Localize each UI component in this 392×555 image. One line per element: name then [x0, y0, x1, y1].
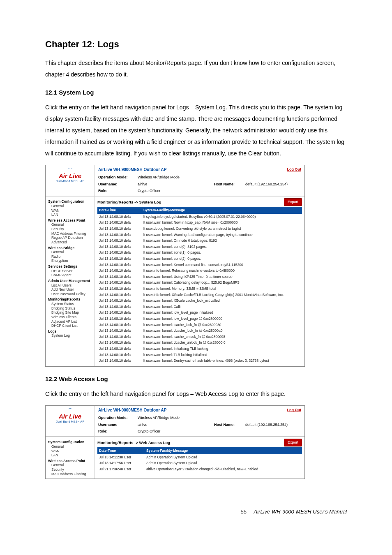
nav-item[interactable]: General	[48, 444, 93, 449]
cell-message: lt user.warn kernel: dcache_lock_fn @ 0x…	[142, 328, 302, 334]
cell-message: lt user.warn kernel: Calli	[142, 304, 302, 310]
role-value: Crypto Officer	[138, 188, 212, 194]
table-row: Jul 13 14:08:10 defalt user.warn kernel:…	[97, 298, 302, 304]
page-number: 55	[240, 509, 246, 515]
nav-item[interactable]: Add New User	[48, 287, 93, 292]
nav-item[interactable]: General	[48, 463, 93, 467]
nav-item[interactable]: DHCP Server	[48, 269, 93, 273]
nav-item[interactable]: Logs	[48, 329, 93, 334]
web-access-log-table: Date-Time System-Facility-Message Jul 13…	[97, 447, 302, 472]
nav-item[interactable]: Services Settings	[48, 264, 93, 269]
nav-item[interactable]: LAN	[48, 213, 93, 217]
nav-item[interactable]: WAN	[48, 449, 93, 453]
nav-item[interactable]: Wireless Clients	[48, 315, 93, 319]
ap-title: AirLive WH-9000MESH Outdoor AP	[98, 166, 166, 173]
table-row: Jul 13 14:11:38 UserAdmin Operation:Syst…	[97, 454, 302, 460]
logo-subtitle: Dual-Band MESH AP	[48, 419, 92, 424]
nav-item[interactable]: Radio	[48, 254, 93, 259]
table-row: Jul 13 14:08:10 defalt user.info kernel:…	[97, 286, 302, 292]
export-button[interactable]: Export	[284, 198, 302, 206]
nav-item[interactable]: Wireless Access Point	[48, 459, 93, 463]
section-12-2-title: 12.2 Web Access Log	[45, 374, 347, 384]
cell-message: lt user.warn kernel: dcache_unlock_fn @ …	[142, 340, 302, 346]
nav-item[interactable]: System Log	[48, 333, 93, 338]
table-row: Jul 13 14:08:10 defalt syslog.info syslo…	[97, 214, 302, 220]
username-label: Username:	[98, 181, 135, 187]
table-row: Jul 13 14:08:10 defalt user.warn kernel:…	[97, 352, 302, 358]
nav-item[interactable]: Security	[48, 467, 93, 472]
cell-message: lt user.info kernel: Memory: 32MB = 32MB…	[142, 286, 302, 292]
cell-date-time: Jul 13 14:08:10 defa	[97, 268, 142, 274]
nav-item[interactable]: MAC Address Filtering	[48, 231, 93, 236]
cell-message: lt user.warn kernel: Now in fixup_eap, R…	[142, 220, 302, 226]
logout-link[interactable]: Log Out	[287, 166, 302, 173]
breadcrumb: Monitoring/Reports -> System Log	[97, 199, 161, 205]
table-row: Jul 13 14:08:10 defalt user.warn kernel:…	[97, 316, 302, 322]
nav-item[interactable]: MAC Address Filtering	[48, 472, 93, 476]
col-date-time: Date-Time	[97, 207, 142, 214]
cell-message: lt user.warn kernel: Calibrating delay l…	[142, 280, 302, 286]
cell-message: lt user.warn kernel: On node 0 totalpage…	[142, 238, 302, 244]
nav-item[interactable]: Advanced	[48, 240, 93, 245]
table-row: Jul 13 14:08:10 defalt user.info kernel:…	[97, 268, 302, 274]
host-label: Host Name:	[214, 422, 243, 428]
host-label: Host Name:	[214, 181, 243, 187]
nav-item[interactable]: System Configuration	[48, 199, 93, 204]
nav-item[interactable]: LAN	[48, 453, 93, 458]
nav-item[interactable]: Adjacent AP List	[48, 319, 93, 324]
cell-message: lt syslog.info syslogd started: BusyBox …	[142, 214, 302, 220]
cell-date-time: Jul 13 14:08:10 defa	[97, 232, 142, 238]
manual-title: AirLive WH-9000-MESH User's Manual	[254, 509, 347, 515]
cell-date-time: Jul 13 14:08:10 defa	[97, 358, 142, 364]
cell-date-time: Jul 13 14:08:10 defa	[97, 346, 142, 352]
host-value: default (192.168.254.254)	[245, 181, 288, 187]
cell-message: lt user.warn kernel: Initializing TLB lo…	[142, 346, 302, 352]
cell-message: lt user.warn kernel: icache_unlock_fn @ …	[142, 334, 302, 340]
nav-item[interactable]: General	[48, 222, 93, 227]
nav-item[interactable]: General	[48, 250, 93, 254]
op-mode-label: Operation Mode:	[98, 174, 135, 180]
export-button[interactable]: Export	[284, 439, 302, 446]
cell-message: lt user.warn kernel: zone(0): 8192 pages…	[142, 244, 302, 250]
section-12-2-body: Click the entry on the left hand navigat…	[45, 388, 347, 400]
cell-message: lt user.warn kernel: TLB locking initial…	[142, 352, 302, 358]
cell-date-time: Jul 13 14:08:10 defa	[97, 316, 142, 322]
nav-item[interactable]: Wireless Bridge	[48, 246, 93, 250]
nav-item[interactable]: Bridging Status	[48, 306, 93, 311]
cell-message: lt user.info kernel: Relocating machine …	[142, 268, 302, 274]
nav-item[interactable]: Bridging Site Map	[48, 310, 93, 315]
nav-item[interactable]: General	[48, 204, 93, 208]
nav-item[interactable]: Encryption	[48, 259, 93, 263]
logo-subtitle: Dual-Band MESH AP	[48, 179, 92, 183]
nav-item[interactable]: DHCP Client List	[48, 324, 93, 328]
table-row: Jul 13 14:08:10 defalt user.warn kernel:…	[97, 250, 302, 256]
nav-item[interactable]: System Configuration	[48, 440, 93, 444]
section-12-1-title: 12.1 System Log	[45, 88, 347, 97]
cell-date-time: Jul 13 14:08:10 defa	[97, 286, 142, 292]
col-date-time: Date-Time	[97, 447, 145, 455]
cell-date-time: Jul 13 14:08:10 defa	[97, 226, 142, 232]
logout-link[interactable]: Log Out	[287, 407, 302, 414]
nav-item[interactable]: System Status	[48, 302, 93, 306]
role-label: Role:	[98, 188, 135, 194]
nav-item[interactable]: List All Users	[48, 283, 93, 288]
nav-item[interactable]: Admin User Management	[48, 279, 93, 283]
cell-date-time: Jul 13 14:08:10 defa	[97, 220, 142, 226]
cell-date-time: Jul 13 14:08:10 defa	[97, 340, 142, 346]
col-message: System-Facility-Message	[145, 447, 302, 455]
cell-date-time: Jul 13 14:11:38 User	[97, 454, 145, 460]
table-row: Jul 13 14:08:10 defalt user.warn kernel:…	[97, 322, 302, 328]
table-row: Jul 13 14:08:10 defalt user.warn kernel:…	[97, 256, 302, 262]
nav-item[interactable]: Rogue AP Detection	[48, 236, 93, 240]
cell-message: lt user.warn kernel: Dentry-cache hash t…	[142, 358, 302, 364]
nav-item[interactable]: SNMP Agent	[48, 273, 93, 278]
nav-item[interactable]: User Password Policy	[48, 292, 93, 296]
username-value: airlive	[138, 422, 212, 428]
table-row: Jul 13 14:08:10 defalt user.warn kernel:…	[97, 346, 302, 352]
cell-message: lt user.warn kernel: zone(1): 0 pages.	[142, 250, 302, 256]
table-row: Jul 13 14:08:10 defalt user.warn kernel:…	[97, 328, 302, 334]
nav-item[interactable]: Wireless Access Point	[48, 218, 93, 223]
nav-item[interactable]: Monitoring/Reports	[48, 297, 93, 302]
nav-item[interactable]: WAN	[48, 208, 93, 213]
nav-item[interactable]: Security	[48, 227, 93, 231]
